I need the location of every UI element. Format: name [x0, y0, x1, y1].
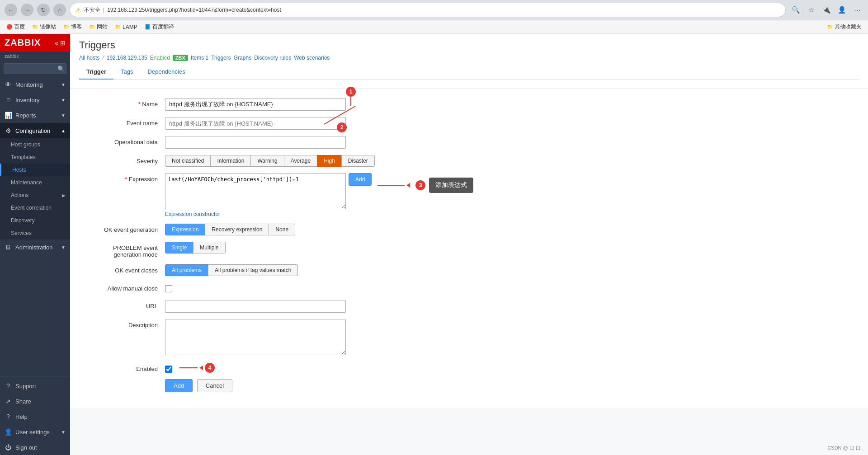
ok-event-closes-all[interactable]: All problems: [165, 264, 208, 276]
star-icon[interactable]: ☆: [805, 4, 817, 16]
not-secure-label: 不安全: [84, 6, 100, 14]
sidebar-item-support[interactable]: ? Support: [0, 378, 70, 394]
name-input[interactable]: [165, 98, 346, 111]
operational-data-input[interactable]: [165, 136, 346, 149]
bookmarks-bar: 🔴 百度 📁 镜像站 📁 博客 📁 网站 📁 LAMP 📘 百度翻译 📁 其他收…: [0, 20, 868, 34]
breadcrumb-graphs[interactable]: Graphs: [234, 55, 251, 61]
search-browser-icon[interactable]: 🔍: [789, 4, 802, 16]
sidebar-item-reports[interactable]: 📊 Reports ▼: [0, 108, 70, 123]
sidebar-search: 🔍: [0, 61, 70, 77]
browser-chrome: ← → ↻ ⌂ ⚠ 不安全 | 192.168.129.250/triggers…: [0, 0, 868, 20]
severity-not-classified[interactable]: Not classified: [165, 155, 211, 167]
ok-event-expression[interactable]: Expression: [165, 224, 205, 235]
tab-tags[interactable]: Tags: [113, 65, 140, 80]
breadcrumb-all-hosts[interactable]: All hosts: [79, 55, 99, 61]
extension-icon[interactable]: 🔌: [820, 4, 833, 16]
enabled-checkbox[interactable]: [165, 366, 172, 373]
sidebar-item-host-groups[interactable]: Host groups: [0, 138, 70, 151]
sidebar-item-monitoring[interactable]: 👁 Monitoring ▼: [0, 77, 70, 92]
back-button[interactable]: ←: [5, 4, 17, 16]
event-name-row: Event name: [84, 117, 854, 130]
sidebar-username: zabbix: [0, 52, 70, 61]
monitoring-label: Monitoring: [15, 81, 43, 88]
sign-out-icon: ⏻: [5, 444, 12, 451]
sidebar-item-services[interactable]: Services: [0, 227, 70, 239]
more-options-icon[interactable]: ⋯: [851, 4, 863, 16]
profile-icon[interactable]: 👤: [835, 4, 848, 16]
breadcrumb-web-scenarios[interactable]: Web scenarios: [294, 55, 330, 61]
ok-event-closes-tag-match[interactable]: All problems if tag values match: [208, 264, 298, 276]
sidebar-item-help[interactable]: ? Help: [0, 409, 70, 424]
address-bar[interactable]: ⚠ 不安全 | 192.168.129.250/triggers.php?hos…: [70, 3, 786, 17]
sidebar-item-sign-out[interactable]: ⏻ Sign out: [0, 440, 70, 455]
reports-label: Reports: [15, 112, 36, 119]
bookmark-translate[interactable]: 📘 百度翻译: [142, 22, 177, 32]
submit-button[interactable]: Add: [165, 379, 193, 392]
bookmark-blog[interactable]: 📁 博客: [61, 22, 85, 32]
allow-manual-close-checkbox[interactable]: [165, 285, 172, 292]
baidu-label: 百度: [14, 23, 25, 31]
expression-textarea[interactable]: last(/HoYAFOCb/check_process['httpd'])=1: [165, 173, 346, 209]
bookmark-others[interactable]: 📁 其他收藏夹: [824, 22, 864, 32]
bookmark-website[interactable]: 📁 网站: [86, 22, 110, 32]
forward-button[interactable]: →: [21, 4, 33, 16]
severity-warning[interactable]: Warning: [250, 155, 284, 167]
sidebar-item-templates[interactable]: Templates: [0, 151, 70, 164]
sidebar-item-actions[interactable]: Actions ▶: [0, 189, 70, 202]
enabled-label: Enabled: [84, 363, 165, 372]
discovery-label: Discovery: [11, 217, 35, 224]
administration-label: Administration: [15, 244, 52, 251]
action-buttons-field: Add Cancel: [165, 379, 854, 392]
administration-arrow: ▼: [61, 245, 66, 250]
sidebar-item-user-settings[interactable]: 👤 User settings ▼: [0, 424, 70, 440]
csdn-watermark: CSDN @ 口 口 .: [827, 445, 863, 451]
severity-high[interactable]: High: [317, 155, 342, 167]
sidebar-item-maintenance[interactable]: Maintenance: [0, 176, 70, 189]
sidebar-item-configuration[interactable]: ⚙ Configuration ▲: [0, 123, 70, 138]
problem-event-multiple[interactable]: Multiple: [193, 242, 225, 253]
expression-constructor-link[interactable]: Expression constructor: [165, 211, 220, 217]
breadcrumb-items[interactable]: Items 1: [191, 55, 208, 61]
sidebar-item-event-correlation[interactable]: Event correlation: [0, 202, 70, 214]
sidebar-item-inventory[interactable]: ≡ Inventory ▼: [0, 92, 70, 108]
sidebar-item-hosts[interactable]: Hosts: [0, 164, 70, 176]
expression-add-button[interactable]: Add: [349, 173, 372, 186]
severity-information[interactable]: Information: [210, 155, 251, 167]
name-required-star: *: [138, 101, 142, 108]
event-name-input[interactable]: [165, 117, 346, 130]
url-input[interactable]: [165, 300, 346, 313]
home-button[interactable]: ⌂: [53, 4, 66, 16]
tab-trigger[interactable]: Trigger: [79, 65, 113, 80]
bookmark-baidu[interactable]: 🔴 百度: [4, 22, 28, 32]
ok-event-gen-label: OK event generation: [84, 224, 165, 233]
bookmark-mirror[interactable]: 📁 镜像站: [29, 22, 59, 32]
baidu-icon: 🔴: [6, 24, 13, 30]
ok-event-closes-label: OK event closes: [84, 264, 165, 274]
operational-data-field: 2: [165, 136, 854, 149]
collapse-icon[interactable]: «: [55, 39, 58, 47]
breadcrumb-host-ip[interactable]: 192.168.129.135: [107, 55, 147, 61]
folder-icon-5: 📁: [827, 24, 833, 30]
ok-event-none[interactable]: None: [269, 224, 295, 235]
breadcrumb-discovery-rules[interactable]: Discovery rules: [254, 55, 291, 61]
ok-event-recovery-expression[interactable]: Recovery expression: [205, 224, 269, 235]
description-field: [165, 319, 854, 356]
expand-icon[interactable]: ⊞: [60, 39, 66, 47]
cancel-button[interactable]: Cancel: [197, 379, 232, 392]
sidebar-item-administration[interactable]: 🖥 Administration ▼: [0, 239, 70, 255]
sidebar-item-discovery[interactable]: Discovery: [0, 214, 70, 227]
host-groups-label: Host groups: [11, 141, 40, 148]
description-textarea[interactable]: [165, 319, 346, 355]
inventory-label: Inventory: [15, 97, 39, 103]
severity-field: Not classified Information Warning Avera…: [165, 155, 854, 167]
tab-dependencies[interactable]: Dependencies: [141, 65, 193, 80]
breadcrumb-triggers[interactable]: Triggers: [211, 55, 231, 61]
sidebar-item-share[interactable]: ↗ Share: [0, 394, 70, 409]
severity-average[interactable]: Average: [284, 155, 317, 167]
bookmark-lamp[interactable]: 📁 LAMP: [112, 23, 140, 31]
folder-icon-4: 📁: [115, 24, 121, 30]
severity-disaster[interactable]: Disaster: [341, 155, 375, 167]
lamp-label: LAMP: [123, 24, 137, 30]
reload-button[interactable]: ↻: [37, 4, 50, 16]
problem-event-single[interactable]: Single: [165, 242, 193, 253]
